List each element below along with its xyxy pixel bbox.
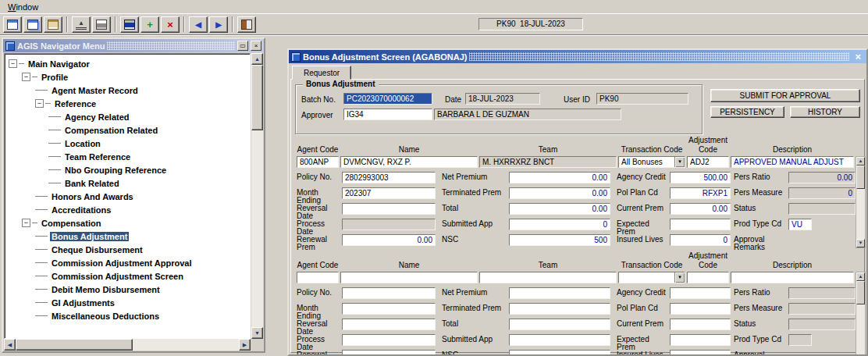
month-ending-field[interactable]: 202307 xyxy=(342,187,436,199)
terminated-prem-field[interactable]: 0.00 xyxy=(509,187,610,199)
policy-no-field[interactable]: 2802993003 xyxy=(342,172,436,183)
tree-item-main-navigator[interactable]: −Main Navigator xyxy=(5,57,250,70)
reversal-date-field[interactable] xyxy=(342,203,436,215)
submitted-app-field[interactable]: 0 xyxy=(509,219,610,230)
net-premium-field[interactable]: 0.00 xyxy=(509,172,610,183)
print-button[interactable] xyxy=(92,16,111,33)
collapse-icon[interactable]: − xyxy=(22,73,30,81)
previous-record-button[interactable]: ◀ xyxy=(189,16,208,33)
scroll-up-icon[interactable]: ▲ xyxy=(856,272,865,281)
tree-item-location[interactable]: Location xyxy=(5,137,250,150)
renewal-prem-field[interactable] xyxy=(342,350,436,356)
process-date-field[interactable] xyxy=(342,334,436,346)
tree-item-miscellaneous-deductions[interactable]: Miscellaneous Deductions xyxy=(5,309,250,322)
record-scrollbar[interactable]: ▲▼ xyxy=(856,272,866,356)
tree-item-team-reference[interactable]: Team Reference xyxy=(5,150,250,163)
tree-item-bonus-adjustment[interactable]: Bonus Adjustment xyxy=(5,230,250,243)
nsc-field[interactable] xyxy=(509,350,610,356)
total-field[interactable]: 0.00 xyxy=(509,203,610,215)
current-prem-field[interactable] xyxy=(670,319,731,330)
insured-lives-field[interactable]: 0 xyxy=(670,234,731,246)
dropdown-arrow-icon[interactable]: ▼ xyxy=(674,157,685,167)
tree-item-profile[interactable]: −Profile xyxy=(5,70,250,84)
tree-item-agent-master-record[interactable]: Agent Master Record xyxy=(5,84,250,97)
name-field[interactable] xyxy=(340,272,478,283)
navigator-vertical-scrollbar[interactable]: ▲ ▼ xyxy=(251,53,263,339)
tree-item-honors-and-awards[interactable]: Honors And Awards xyxy=(5,190,250,203)
tree-item-commission-adjustment-approval[interactable]: Commission Adjustment Approval xyxy=(5,256,250,269)
next-record-button[interactable]: ▶ xyxy=(209,16,228,33)
reversal-date-field[interactable] xyxy=(342,319,436,330)
agency-credit-field[interactable]: 500.00 xyxy=(670,172,731,183)
prod-type-cd-field[interactable]: VU xyxy=(788,219,812,230)
terminated-prem-field[interactable] xyxy=(509,303,610,315)
record-scrollbar[interactable]: ▲▼ xyxy=(856,156,866,248)
navigator-horizontal-scrollbar[interactable]: ◀ ▶ xyxy=(4,339,251,351)
transaction-code-select[interactable]: All Bonuses▼ xyxy=(618,156,685,168)
adjustment-code-field[interactable] xyxy=(687,272,729,283)
tree-item-agency-related[interactable]: Agency Related xyxy=(5,110,250,123)
pers-ratio-field[interactable]: 0.00 xyxy=(788,172,856,183)
insured-lives-field[interactable] xyxy=(670,350,731,356)
tree-item-commission-adjustment-screen[interactable]: Commission Adjustment Screen xyxy=(5,269,250,283)
scrollbar-thumb[interactable] xyxy=(856,166,865,189)
submitted-app-field[interactable] xyxy=(509,334,610,346)
pol-plan-cd-field[interactable]: RFXP1 xyxy=(670,187,731,199)
scrollbar-thumb[interactable] xyxy=(251,65,263,130)
clipboard-button[interactable] xyxy=(44,16,62,33)
tree-item-gi-adjustments[interactable]: GI Adjustments xyxy=(5,296,250,309)
adjustment-code-field[interactable]: ADJ2 xyxy=(687,156,729,168)
expected-prem-field[interactable] xyxy=(670,219,731,230)
team-field[interactable]: M. HXRRXRZ BNCT xyxy=(479,156,617,168)
tree-item-nbo-grouping-reference[interactable]: Nbo Grouping Reference xyxy=(5,163,250,176)
agent-code-field[interactable]: 800ANP xyxy=(297,156,339,168)
tree-item-reference[interactable]: −Reference xyxy=(5,97,250,110)
tree-item-accreditations[interactable]: Accreditations xyxy=(5,203,250,216)
agency-credit-field[interactable] xyxy=(670,287,731,299)
scroll-right-icon[interactable]: ▶ xyxy=(239,339,251,351)
insert-record-button[interactable]: + xyxy=(141,16,159,33)
copy-button[interactable] xyxy=(23,16,42,33)
tree-item-bank-related[interactable]: Bank Related xyxy=(5,176,250,190)
renewal-prem-field[interactable]: 0.00 xyxy=(342,234,436,246)
tab-requestor[interactable]: Requestor xyxy=(292,66,351,80)
scroll-down-icon[interactable]: ▼ xyxy=(251,327,263,339)
collapse-icon[interactable]: − xyxy=(9,59,17,68)
scroll-left-icon[interactable]: ◀ xyxy=(4,339,16,351)
close-icon[interactable]: × xyxy=(251,41,261,51)
collapse-icon[interactable]: − xyxy=(22,219,30,227)
restore-icon[interactable]: ▭ xyxy=(237,41,248,51)
scrollbar-thumb[interactable] xyxy=(16,339,133,351)
pers-ratio-field[interactable] xyxy=(788,287,856,299)
status-field[interactable] xyxy=(788,319,856,330)
status-field[interactable] xyxy=(788,203,856,215)
process-date-field[interactable] xyxy=(342,219,436,230)
save-button[interactable] xyxy=(120,16,139,33)
scroll-up-icon[interactable]: ▲ xyxy=(856,157,865,166)
description-field[interactable] xyxy=(731,272,854,283)
pol-plan-cd-field[interactable] xyxy=(670,303,731,315)
team-field[interactable] xyxy=(479,272,617,283)
policy-no-field[interactable] xyxy=(342,287,436,299)
tree-item-debit-memo-disbursement[interactable]: Debit Memo Disbursement xyxy=(5,283,250,296)
scrollbar-thumb[interactable] xyxy=(856,281,865,304)
collapse-icon[interactable]: − xyxy=(35,99,44,108)
month-ending-field[interactable] xyxy=(342,303,436,315)
tree-item-compensation[interactable]: −Compensation xyxy=(5,216,250,230)
menu-window[interactable]: Window xyxy=(3,2,43,12)
eject-button[interactable]: ▲ xyxy=(72,16,91,33)
transaction-code-select[interactable]: ▼ xyxy=(618,272,685,283)
description-field[interactable]: APPROVED MANUAL ADJUST xyxy=(731,156,854,168)
name-field[interactable]: DVMCNGV, RXZ P. xyxy=(340,156,478,168)
delete-record-button[interactable]: × xyxy=(161,16,180,33)
current-prem-field[interactable]: 0.00 xyxy=(670,203,731,215)
form-button[interactable] xyxy=(3,16,22,33)
prod-type-cd-field[interactable] xyxy=(788,334,812,346)
scroll-up-icon[interactable]: ▲ xyxy=(251,53,263,65)
exit-button[interactable] xyxy=(237,16,256,33)
pers-measure-field[interactable]: 0 xyxy=(788,187,856,199)
tree-item-compensation-related[interactable]: Compensation Related xyxy=(5,123,250,137)
expected-prem-field[interactable] xyxy=(670,334,731,346)
net-premium-field[interactable] xyxy=(509,287,610,299)
navigator-titlebar[interactable]: AGIS Navigator Menu ▭ × xyxy=(3,39,264,52)
